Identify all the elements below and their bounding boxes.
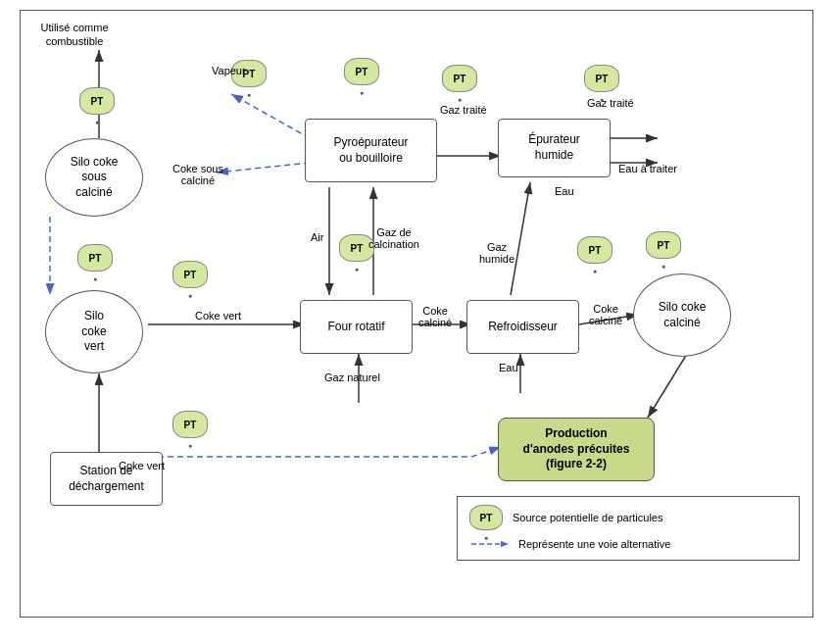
legend-cloud-icon: PT <box>469 505 503 530</box>
label-eau-2: Eau <box>555 185 574 197</box>
box-silo-coke-calcine: Silo cokecalciné <box>633 273 731 357</box>
label-eau-1: Eau <box>499 362 518 373</box>
label-coke-sous-calcine: Coke souscalciné <box>172 163 223 186</box>
svg-line-19 <box>217 163 310 173</box>
svg-line-13 <box>511 182 530 295</box>
cloud-pt5: PT <box>584 65 619 92</box>
label-air: Air <box>311 231 323 243</box>
cloud-pt6: PT <box>77 244 113 272</box>
box-silo-coke-sous-calcine: Silo cokesouscalciné <box>45 138 143 217</box>
label-gaz-calcination: Gaz decalcination <box>368 226 419 250</box>
label-vapeur: Vapeur <box>212 65 246 76</box>
label-gaz-humide: Gazhumide <box>479 241 514 265</box>
cloud-pt11: PT <box>172 411 208 438</box>
cloud-pt9: PT <box>577 236 612 264</box>
box-four-rotatif: Four rotatif <box>300 300 413 354</box>
svg-line-18 <box>231 94 310 138</box>
box-refroidisseur: Refroidisseur <box>466 300 579 354</box>
box-production-anodes: Productiond'anodes précuites(figure 2-2) <box>498 418 655 481</box>
label-gaz-traite-pyro: Gaz traité <box>440 104 487 116</box>
legend-source-row: PT Source potentielle de particules <box>469 505 787 530</box>
legend: PT Source potentielle de particules Repr… <box>457 496 800 561</box>
svg-line-17 <box>648 354 687 418</box>
label-coke-calcine-2: Cokecalciné <box>589 303 622 326</box>
cloud-pt1: PT <box>79 87 115 115</box>
cloud-pt7: PT <box>172 261 208 288</box>
legend-voie-row: Représente une voie alternative <box>469 536 787 552</box>
legend-voie-label: Représente une voie alternative <box>518 538 670 550</box>
diagram-container: Utilisé commecombustible Silo cokesousca… <box>20 10 813 618</box>
label-coke-calcine-1: Cokecalciné <box>418 305 452 328</box>
cloud-pt3: PT <box>344 58 379 85</box>
cloud-pt4: PT <box>442 65 477 92</box>
label-gaz-traite-epu: Gaz traité <box>587 97 634 109</box>
label-gaz-naturel: Gaz naturel <box>324 372 380 383</box>
legend-arrow-icon <box>469 536 509 552</box>
svg-line-22 <box>471 447 501 457</box>
label-coke-vert-2: Coke vert <box>119 460 165 471</box>
svg-marker-24 <box>501 541 509 547</box>
label-eau-traiter: Eau à traiter <box>618 163 677 174</box>
cloud-pt10: PT <box>646 231 681 259</box>
box-pyroepurateur: Pyroépurateurou bouilloire <box>305 119 437 182</box>
label-coke-vert-1: Coke vert <box>195 310 241 322</box>
box-epurateur-humide: Épurateurhumide <box>498 119 611 177</box>
box-silo-coke-vert: Silocokevert <box>45 290 143 373</box>
label-utilise-combustible: Utilisé commecombustible <box>25 21 123 49</box>
legend-source-label: Source potentielle de particules <box>513 512 662 523</box>
